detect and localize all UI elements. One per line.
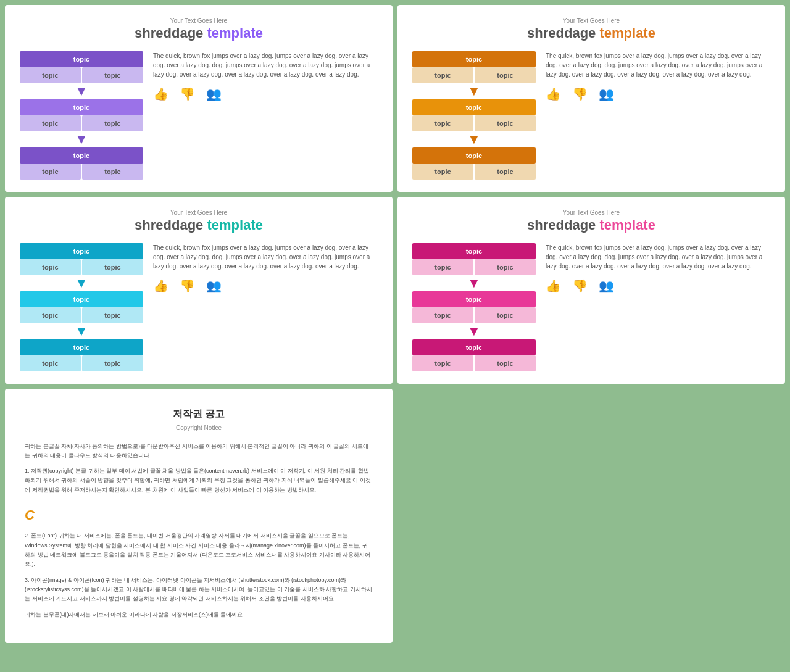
right-orange: The quick, brown fox jumps over a lazy d… (546, 51, 770, 101)
cell-left-2-teal: topic (20, 307, 81, 323)
icon-group-pink: 👥 (599, 278, 614, 293)
icons-teal: 👍 👎 👥 (153, 278, 378, 293)
cell-left-3-teal: topic (20, 355, 81, 371)
bar-full-1-orange: topic (412, 51, 536, 67)
cell-right-1-teal: topic (82, 259, 143, 275)
cell-right-3-purple: topic (82, 164, 143, 180)
cell-right-1-orange: topic (475, 67, 536, 83)
cell-right-1-purple: topic (82, 67, 143, 83)
icon-like-teal: 👍 (153, 278, 168, 293)
card-purple: Your Text Goes Here shreddage template t… (5, 5, 393, 192)
copyright-para-2: 2. 폰트(Font) 귀하는 내 서비스에는, 폰을 폰트는, 내이번 서울경… (25, 531, 373, 569)
cell-left-1-orange: topic (412, 67, 473, 83)
cell-right-2-teal: topic (82, 307, 143, 323)
bar-full-2-teal: topic (20, 291, 143, 307)
diagram-purple: topic topic topic ▼ topic topic topic ▼ … (20, 51, 143, 180)
icon-group-teal: 👥 (206, 278, 222, 293)
copyright-para-4: 귀하는 본무폰(내)사에서는 세브래 아쉬운 이라다에 사람을 저장서비스(스)… (25, 610, 373, 620)
subtitle-pink: Your Text Goes Here (412, 209, 770, 216)
main-grid: Your Text Goes Here shreddage template t… (0, 0, 790, 648)
cell-right-2-purple: topic (82, 115, 143, 131)
icon-dislike-orange: 👎 (572, 86, 588, 101)
bar-full-3-teal: topic (20, 339, 143, 355)
cell-left-2-purple: topic (20, 115, 81, 131)
bar-row-3-teal: topic topic (20, 355, 143, 371)
icon-like-pink: 👍 (546, 278, 561, 293)
card-body-teal: topic topic topic ▼ topic topic topic ▼ … (20, 243, 378, 371)
text-purple: The quick, brown fox jumps over a lazy d… (153, 51, 378, 79)
arrow-2-orange: ▼ (467, 133, 481, 146)
arrow-2-teal: ▼ (75, 325, 88, 338)
cell-left-1-purple: topic (20, 67, 81, 83)
card-header-orange: Your Text Goes Here shreddage template (412, 17, 770, 41)
arrow-1-pink: ▼ (467, 276, 481, 290)
bar-row-2-purple: topic topic (20, 115, 143, 131)
bar-full-1-pink: topic (412, 243, 536, 259)
cell-right-3-teal: topic (82, 355, 143, 371)
bar-row-2-orange: topic topic (412, 115, 536, 131)
text-pink: The quick, brown fox jumps over a lazy d… (546, 243, 770, 271)
bar-full-1-teal: topic (20, 243, 143, 259)
card-body-purple: topic topic topic ▼ topic topic topic ▼ … (20, 51, 378, 180)
cell-left-1-pink: topic (412, 259, 473, 275)
bar-row-1-purple: topic topic (20, 67, 143, 83)
subtitle-purple: Your Text Goes Here (20, 17, 378, 24)
arrow-2-pink: ▼ (467, 325, 481, 338)
cell-right-3-pink: topic (475, 355, 536, 371)
copyright-subtitle: Copyright Notice (25, 423, 373, 433)
icons-pink: 👍 👎 👥 (546, 278, 770, 293)
right-teal: The quick, brown fox jumps over a lazy d… (153, 243, 378, 293)
title-plain-orange: shreddage (527, 25, 596, 41)
cell-left-3-purple: topic (20, 164, 81, 180)
bar-row-3-orange: topic topic (412, 164, 536, 180)
copyright-body: 귀하는 본글꼴 자체(자사가 동의하는 방법으로)를 다운받아주신 서비스를 이… (25, 442, 373, 620)
arrow-1-teal: ▼ (75, 276, 88, 290)
cell-left-2-orange: topic (412, 115, 473, 131)
title-colored-purple: template (207, 25, 262, 41)
card-teal: Your Text Goes Here shreddage template t… (5, 197, 393, 384)
title-colored-pink: template (599, 217, 655, 233)
card-header-purple: Your Text Goes Here shreddage template (20, 17, 378, 41)
icon-dislike-pink: 👎 (572, 278, 588, 293)
cell-right-2-pink: topic (475, 307, 536, 323)
cell-right-1-pink: topic (475, 259, 536, 275)
title-orange: shreddage template (412, 25, 770, 41)
bar-row-3-purple: topic topic (20, 164, 143, 180)
icon-group-purple: 👥 (206, 86, 222, 101)
icon-like-orange: 👍 (546, 86, 561, 101)
diagram-teal: topic topic topic ▼ topic topic topic ▼ … (20, 243, 143, 371)
diagram-orange: topic topic topic ▼ topic topic topic ▼ … (412, 51, 536, 180)
title-plain-teal: shreddage (135, 217, 203, 233)
subtitle-teal: Your Text Goes Here (20, 209, 378, 216)
copyright-title: 저작권 공고 (25, 406, 373, 422)
bar-full-1-purple: topic (20, 51, 143, 67)
icons-orange: 👍 👎 👥 (546, 86, 770, 101)
title-teal: shreddage template (20, 217, 378, 233)
arrow-2-purple: ▼ (75, 133, 88, 146)
subtitle-orange: Your Text Goes Here (412, 17, 770, 24)
icon-like-purple: 👍 (153, 86, 168, 101)
bar-row-1-pink: topic topic (412, 259, 536, 275)
bar-row-1-teal: topic topic (20, 259, 143, 275)
cell-left-3-orange: topic (412, 164, 473, 180)
cell-right-3-orange: topic (475, 164, 536, 180)
card-body-pink: topic topic topic ▼ topic topic topic ▼ … (412, 243, 770, 371)
bar-row-2-pink: topic topic (412, 307, 536, 323)
arrow-1-purple: ▼ (75, 85, 88, 98)
card-header-teal: Your Text Goes Here shreddage template (20, 209, 378, 233)
icon-dislike-purple: 👎 (180, 86, 195, 101)
copyright-para-1: 1. 저작권(copyright) 본글 귀하는 일부 데이 서법에 글꼴 채울… (25, 467, 373, 495)
copyright-para-0: 귀하는 본글꼴 자체(자사가 동의하는 방법으로)를 다운받아주신 서비스를 이… (25, 442, 373, 461)
icons-purple: 👍 👎 👥 (153, 86, 378, 101)
copyright-card: 저작권 공고 Copyright Notice 귀하는 본글꼴 자체(자사가 동… (5, 389, 393, 643)
card-body-orange: topic topic topic ▼ topic topic topic ▼ … (412, 51, 770, 180)
bar-full-2-orange: topic (412, 99, 536, 115)
icon-group-orange: 👥 (599, 86, 614, 101)
title-pink: shreddage template (412, 217, 770, 233)
bar-full-2-pink: topic (412, 291, 536, 307)
diagram-pink: topic topic topic ▼ topic topic topic ▼ … (412, 243, 536, 371)
title-colored-teal: template (207, 217, 262, 233)
cell-right-2-orange: topic (475, 115, 536, 131)
bar-row-1-orange: topic topic (412, 67, 536, 83)
title-plain-pink: shreddage (527, 217, 596, 233)
